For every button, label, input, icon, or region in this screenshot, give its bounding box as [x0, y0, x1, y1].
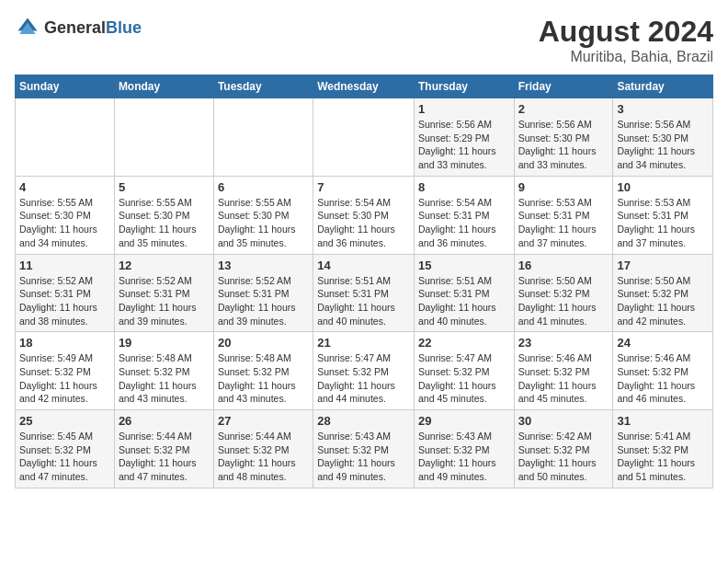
- day-info: Sunrise: 5:54 AM Sunset: 5:30 PM Dayligh…: [317, 196, 410, 250]
- day-info: Sunrise: 5:53 AM Sunset: 5:31 PM Dayligh…: [617, 196, 709, 250]
- day-number: 8: [418, 180, 510, 194]
- table-row: 14Sunrise: 5:51 AM Sunset: 5:31 PM Dayli…: [313, 254, 415, 332]
- day-number: 26: [119, 414, 210, 428]
- day-info: Sunrise: 5:46 AM Sunset: 5:32 PM Dayligh…: [518, 351, 609, 406]
- table-row: 20Sunrise: 5:48 AM Sunset: 5:32 PM Dayli…: [213, 332, 313, 410]
- header-friday: Friday: [514, 75, 613, 98]
- table-row: 29Sunrise: 5:43 AM Sunset: 5:32 PM Dayli…: [414, 410, 514, 488]
- day-info: Sunrise: 5:54 AM Sunset: 5:31 PM Dayligh…: [418, 196, 510, 250]
- day-number: 16: [518, 259, 609, 272]
- header-saturday: Saturday: [613, 75, 713, 98]
- month-year-title: August 2024: [539, 15, 713, 49]
- table-row: 17Sunrise: 5:50 AM Sunset: 5:32 PM Dayli…: [613, 254, 713, 332]
- day-number: 7: [317, 180, 410, 194]
- table-row: [114, 98, 213, 177]
- table-row: 24Sunrise: 5:46 AM Sunset: 5:32 PM Dayli…: [613, 332, 713, 410]
- table-row: 19Sunrise: 5:48 AM Sunset: 5:32 PM Dayli…: [114, 332, 213, 410]
- day-number: 23: [518, 336, 609, 350]
- day-info: Sunrise: 5:55 AM Sunset: 5:30 PM Dayligh…: [218, 196, 309, 250]
- calendar-week-row: 18Sunrise: 5:49 AM Sunset: 5:32 PM Dayli…: [16, 332, 713, 410]
- table-row: 1Sunrise: 5:56 AM Sunset: 5:29 PM Daylig…: [414, 98, 514, 177]
- day-info: Sunrise: 5:47 AM Sunset: 5:32 PM Dayligh…: [418, 351, 510, 406]
- day-number: 1: [418, 102, 510, 116]
- day-info: Sunrise: 5:48 AM Sunset: 5:32 PM Dayligh…: [218, 351, 309, 406]
- table-row: 4Sunrise: 5:55 AM Sunset: 5:30 PM Daylig…: [16, 176, 115, 254]
- day-number: 13: [218, 259, 309, 272]
- table-row: 31Sunrise: 5:41 AM Sunset: 5:32 PM Dayli…: [613, 410, 713, 488]
- calendar-body: 1Sunrise: 5:56 AM Sunset: 5:29 PM Daylig…: [16, 98, 713, 488]
- day-info: Sunrise: 5:42 AM Sunset: 5:32 PM Dayligh…: [518, 430, 609, 484]
- day-info: Sunrise: 5:44 AM Sunset: 5:32 PM Dayligh…: [119, 430, 210, 484]
- table-row: 21Sunrise: 5:47 AM Sunset: 5:32 PM Dayli…: [313, 332, 415, 410]
- location-subtitle: Muritiba, Bahia, Brazil: [539, 49, 713, 65]
- logo-icon: [15, 15, 40, 40]
- calendar-week-row: 25Sunrise: 5:45 AM Sunset: 5:32 PM Dayli…: [16, 410, 713, 488]
- table-row: 12Sunrise: 5:52 AM Sunset: 5:31 PM Dayli…: [114, 254, 213, 332]
- day-number: 29: [418, 414, 510, 428]
- day-number: 28: [317, 414, 410, 428]
- day-info: Sunrise: 5:56 AM Sunset: 5:29 PM Dayligh…: [418, 118, 510, 172]
- logo-blue-text: Blue: [106, 18, 142, 37]
- header-row: Sunday Monday Tuesday Wednesday Thursday…: [16, 75, 713, 98]
- day-info: Sunrise: 5:41 AM Sunset: 5:32 PM Dayligh…: [617, 430, 709, 484]
- table-row: [16, 98, 115, 177]
- day-number: 17: [617, 259, 709, 272]
- table-row: 26Sunrise: 5:44 AM Sunset: 5:32 PM Dayli…: [114, 410, 213, 488]
- table-row: [213, 98, 313, 177]
- table-row: 13Sunrise: 5:52 AM Sunset: 5:31 PM Dayli…: [213, 254, 313, 332]
- day-info: Sunrise: 5:44 AM Sunset: 5:32 PM Dayligh…: [218, 430, 309, 484]
- day-info: Sunrise: 5:51 AM Sunset: 5:31 PM Dayligh…: [418, 274, 510, 328]
- day-info: Sunrise: 5:49 AM Sunset: 5:32 PM Dayligh…: [19, 351, 110, 406]
- day-number: 19: [119, 336, 210, 350]
- table-row: 9Sunrise: 5:53 AM Sunset: 5:31 PM Daylig…: [514, 176, 613, 254]
- day-number: 11: [19, 259, 110, 272]
- day-number: 31: [617, 414, 709, 428]
- day-info: Sunrise: 5:56 AM Sunset: 5:30 PM Dayligh…: [617, 118, 709, 172]
- day-number: 15: [418, 259, 510, 272]
- table-row: 23Sunrise: 5:46 AM Sunset: 5:32 PM Dayli…: [514, 332, 613, 410]
- calendar-week-row: 4Sunrise: 5:55 AM Sunset: 5:30 PM Daylig…: [16, 176, 713, 254]
- calendar-table: Sunday Monday Tuesday Wednesday Thursday…: [15, 75, 713, 488]
- day-number: 22: [418, 336, 510, 350]
- table-row: 28Sunrise: 5:43 AM Sunset: 5:32 PM Dayli…: [313, 410, 415, 488]
- day-info: Sunrise: 5:52 AM Sunset: 5:31 PM Dayligh…: [119, 274, 210, 328]
- page-header: GeneralBlue August 2024 Muritiba, Bahia,…: [15, 15, 713, 65]
- day-number: 21: [317, 336, 410, 350]
- day-info: Sunrise: 5:46 AM Sunset: 5:32 PM Dayligh…: [617, 351, 709, 406]
- day-number: 12: [119, 259, 210, 272]
- table-row: 25Sunrise: 5:45 AM Sunset: 5:32 PM Dayli…: [16, 410, 115, 488]
- day-number: 18: [19, 336, 110, 350]
- day-number: 9: [518, 180, 609, 194]
- header-thursday: Thursday: [414, 75, 514, 98]
- table-row: 3Sunrise: 5:56 AM Sunset: 5:30 PM Daylig…: [613, 98, 713, 177]
- day-number: 27: [218, 414, 309, 428]
- header-monday: Monday: [114, 75, 213, 98]
- day-number: 2: [518, 102, 609, 116]
- day-info: Sunrise: 5:55 AM Sunset: 5:30 PM Dayligh…: [19, 196, 110, 250]
- table-row: [313, 98, 415, 177]
- table-row: 27Sunrise: 5:44 AM Sunset: 5:32 PM Dayli…: [213, 410, 313, 488]
- day-info: Sunrise: 5:52 AM Sunset: 5:31 PM Dayligh…: [218, 274, 309, 328]
- day-info: Sunrise: 5:45 AM Sunset: 5:32 PM Dayligh…: [19, 430, 110, 484]
- day-number: 4: [19, 180, 110, 194]
- table-row: 11Sunrise: 5:52 AM Sunset: 5:31 PM Dayli…: [16, 254, 115, 332]
- day-info: Sunrise: 5:55 AM Sunset: 5:30 PM Dayligh…: [119, 196, 210, 250]
- table-row: 7Sunrise: 5:54 AM Sunset: 5:30 PM Daylig…: [313, 176, 415, 254]
- day-number: 5: [119, 180, 210, 194]
- day-number: 3: [617, 102, 709, 116]
- header-tuesday: Tuesday: [213, 75, 313, 98]
- logo: GeneralBlue: [15, 15, 142, 40]
- table-row: 10Sunrise: 5:53 AM Sunset: 5:31 PM Dayli…: [613, 176, 713, 254]
- calendar-week-row: 11Sunrise: 5:52 AM Sunset: 5:31 PM Dayli…: [16, 254, 713, 332]
- logo-general-text: General: [44, 18, 106, 37]
- day-number: 20: [218, 336, 309, 350]
- table-row: 30Sunrise: 5:42 AM Sunset: 5:32 PM Dayli…: [514, 410, 613, 488]
- day-number: 24: [617, 336, 709, 350]
- table-row: 8Sunrise: 5:54 AM Sunset: 5:31 PM Daylig…: [414, 176, 514, 254]
- day-number: 6: [218, 180, 309, 194]
- table-row: 16Sunrise: 5:50 AM Sunset: 5:32 PM Dayli…: [514, 254, 613, 332]
- table-row: 22Sunrise: 5:47 AM Sunset: 5:32 PM Dayli…: [414, 332, 514, 410]
- day-info: Sunrise: 5:53 AM Sunset: 5:31 PM Dayligh…: [518, 196, 609, 250]
- day-number: 25: [19, 414, 110, 428]
- table-row: 15Sunrise: 5:51 AM Sunset: 5:31 PM Dayli…: [414, 254, 514, 332]
